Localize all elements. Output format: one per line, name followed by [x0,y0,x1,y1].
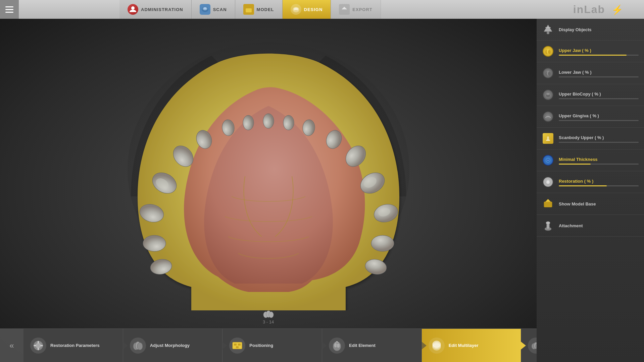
svg-point-77 [547,160,549,161]
panel-item-lower-jaw[interactable]: Lower Jaw ( % ) [537,62,644,84]
nav-tabs: ADMINISTRATION SCAN MODEL [119,0,381,19]
scan-icon [200,4,210,15]
export-icon [339,4,350,15]
svg-rect-4 [246,8,252,12]
brand-icon: ⚡ [611,5,624,15]
upper-jaw-bar-fill [559,55,627,56]
svg-marker-60 [544,25,552,32]
tab-design[interactable]: DESIGN [283,0,331,19]
upper-gingiva-bar [559,120,639,121]
restoration-bar [559,185,639,186]
tab-export[interactable]: EXPORT [331,0,381,19]
edit-multilayer-label: Edit Multilayer [449,343,479,348]
tab-model[interactable]: MODEL [235,0,283,19]
svg-marker-84 [545,199,551,202]
svg-marker-5 [246,6,252,8]
step-edit-element[interactable]: Edit Element [322,329,422,362]
upper-biocopy-label: Upper BioCopy ( % ) [559,92,601,97]
upper-biocopy-icon [542,89,554,101]
page-counter-text: 3 - 14 [263,319,274,324]
panel-item-upper-jaw[interactable]: Upper Jaw ( % ) [537,41,644,62]
display-objects-label: Display Objects [559,27,592,32]
page-indicator-area: 3 - 14 [0,310,537,327]
upper-jaw-label: Upper Jaw ( % ) [559,48,591,53]
administration-icon [128,4,138,15]
upper-biocopy-bar [559,98,639,99]
adjust-morphology-icon [130,338,146,354]
svg-point-65 [548,50,551,54]
svg-point-69 [546,94,550,98]
svg-point-22 [243,115,254,130]
restoration-icon [542,176,554,188]
panel-item-upper-gingiva[interactable]: Upper Gingiva ( % ) [537,106,644,128]
svg-point-35 [36,343,41,348]
panel-item-minimal-thickness[interactable]: Minimal Thickness [537,149,644,171]
model-label: MODEL [257,7,274,12]
step-edit-multilayer[interactable]: Edit Multilayer [422,329,522,362]
minimal-thickness-bar [559,164,639,165]
svg-point-9 [296,8,298,10]
svg-point-21 [263,114,274,128]
attachment-label: Attachment [559,223,583,228]
svg-point-15 [371,235,394,251]
svg-rect-72 [546,118,550,119]
attachment-icon [542,220,554,232]
minimal-thickness-bar-fill [559,164,591,165]
tab-administration[interactable]: ADMINISTRATION [119,0,192,19]
restoration-params-label: Restoration Parameters [50,343,100,348]
workflow-steps: Restoration Parameters Adjust Morphology [23,329,621,362]
panel-item-restoration[interactable]: Restoration ( % ) [537,171,644,193]
upper-jaw-bar [559,55,639,56]
svg-rect-36 [38,341,39,344]
edit-element-icon [329,338,345,354]
restoration-bar-fill [559,185,607,186]
administration-label: ADMINISTRATION [141,7,183,12]
panel-item-attachment[interactable]: Attachment [537,215,644,237]
step-positioning[interactable]: Positioning [222,329,322,362]
svg-rect-37 [38,348,39,350]
panel-item-scanbody-upper[interactable]: Scanbody Upper ( % ) [537,128,644,149]
svg-point-20 [283,115,294,130]
svg-point-3 [204,7,206,9]
step-restoration-parameters[interactable]: Restoration Parameters [23,329,123,362]
lower-jaw-icon [542,67,554,79]
svg-point-79 [546,180,550,184]
top-navigation: ADMINISTRATION SCAN MODEL [0,0,644,19]
svg-rect-44 [234,344,237,346]
brand-text: inLab [573,3,605,15]
svg-point-42 [137,343,143,350]
menu-button[interactable] [0,0,19,19]
minimal-thickness-label: Minimal Thickness [559,157,598,162]
scanbody-upper-icon [542,132,554,144]
display-objects-icon [542,23,554,36]
tab-scan[interactable]: SCAN [192,0,235,19]
panel-item-upper-biocopy[interactable]: Upper BioCopy ( % ) [537,84,644,106]
lower-jaw-bar [559,76,639,77]
export-label: EXPORT [352,7,372,12]
svg-point-68 [548,72,551,76]
panel-item-show-model-base[interactable]: Show Model Base [537,193,644,215]
panel-item-display-objects[interactable]: Display Objects [537,19,644,41]
adjust-morphology-label: Adjust Morphology [150,343,190,348]
design-icon [291,4,301,15]
brand-logo: inLab ⚡ [573,3,624,16]
svg-rect-74 [546,140,550,141]
svg-point-33 [269,312,274,318]
svg-point-87 [546,222,550,224]
svg-rect-39 [40,345,43,346]
step-adjust-morphology[interactable]: Adjust Morphology [123,329,223,362]
svg-point-29 [143,235,166,251]
svg-point-49 [337,343,340,348]
scan-label: SCAN [213,7,227,12]
lower-jaw-label: Lower Jaw ( % ) [559,70,592,75]
show-model-base-icon [542,198,554,210]
design-label: DESIGN [304,7,323,12]
positioning-icon [229,338,245,354]
restoration-params-icon [30,338,46,354]
svg-rect-45 [238,344,241,346]
upper-jaw-icon [542,45,554,57]
model-icon [243,4,254,15]
prev-arrow-button[interactable]: « [0,329,23,362]
svg-rect-38 [34,345,36,346]
svg-point-0 [131,6,135,10]
